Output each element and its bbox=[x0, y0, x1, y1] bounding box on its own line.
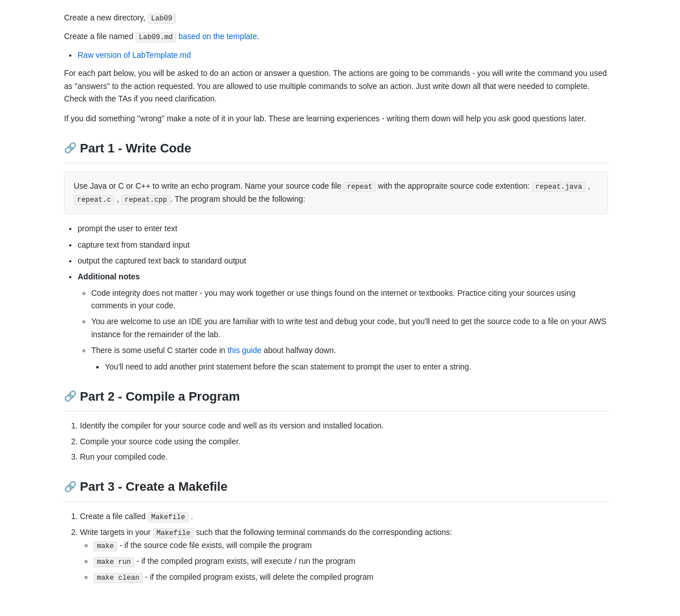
makefile-code-1: Makefile bbox=[148, 512, 189, 522]
part1-heading: 🔗 Part 1 - Write Code bbox=[64, 138, 608, 163]
repeat-c-code: repeat.c bbox=[74, 195, 114, 205]
make-run-code: make run bbox=[94, 557, 134, 567]
part2-step2: Compile your source code using the compi… bbox=[80, 435, 608, 448]
raw-template-link[interactable]: Raw version of LabTemplate.md bbox=[78, 50, 191, 60]
part2-step1: Identify the compiler for your source co… bbox=[80, 419, 608, 432]
part3-step2: Write targets in your Makefile such that… bbox=[80, 526, 608, 584]
anchor-icon-part2: 🔗 bbox=[64, 388, 76, 405]
repeat-java-code: repeat.java bbox=[532, 182, 586, 192]
lab09md-code: Lab09.md bbox=[135, 32, 176, 43]
makefile-code-2: Makefile bbox=[153, 528, 194, 538]
anchor-icon-part1: 🔗 bbox=[64, 140, 76, 156]
this-guide-link[interactable]: this guide bbox=[227, 346, 261, 355]
part1-intro-box: Use Java or C or C++ to write an echo pr… bbox=[64, 171, 608, 214]
lab09-code: Lab09 bbox=[148, 14, 176, 24]
part3-heading: 🔗 Part 3 - Create a Makefile bbox=[64, 477, 608, 502]
additional-notes-list: Code integrity does not matter - you may… bbox=[78, 287, 608, 373]
part3-step1: Create a file called Makefile . bbox=[80, 510, 608, 523]
template-link[interactable]: based on the template bbox=[178, 32, 257, 41]
part2-step3: Run your compiled code. bbox=[80, 451, 608, 463]
part3-steps: Create a file called Makefile . Write ta… bbox=[64, 510, 608, 584]
part1-intro-text: Use Java or C or C++ to write an echo pr… bbox=[74, 180, 598, 206]
page-content: Create a new directory, Lab09 Create a f… bbox=[64, 11, 608, 584]
part2-steps: Identify the compiler for your source co… bbox=[64, 419, 608, 463]
make-code: make bbox=[94, 541, 117, 551]
target-make-run: make run - if the compiled program exist… bbox=[94, 555, 608, 568]
anchor-icon-part3: 🔗 bbox=[64, 479, 76, 495]
make-targets-list: make - if the source code file exists, w… bbox=[80, 539, 608, 584]
note-integrity: Code integrity does not matter - you may… bbox=[91, 287, 608, 312]
sub-subbullet-list: You'll need to add another print stateme… bbox=[91, 360, 608, 373]
target-make: make - if the source code file exists, w… bbox=[94, 539, 608, 552]
intro-line1: Create a new directory, Lab09 bbox=[64, 11, 608, 24]
bullet-output: output the captured text back to standar… bbox=[78, 254, 608, 267]
note-print-statement: You'll need to add another print stateme… bbox=[105, 360, 608, 373]
bullet-capture: capture text from standard input bbox=[78, 239, 608, 251]
part2-heading: 🔗 Part 2 - Compile a Program bbox=[64, 386, 608, 411]
part1-bullets: prompt the user to enter text capture te… bbox=[64, 222, 608, 373]
intro-line2: Create a file named Lab09.md based on th… bbox=[64, 30, 608, 43]
target-make-clean: make clean - if the compiled program exi… bbox=[94, 571, 608, 584]
repeat-cpp-code: repeat.cpp bbox=[121, 195, 171, 205]
note-starter-code: There is some useful C starter code in t… bbox=[91, 344, 608, 373]
instructions-para1: For each part below, you will be asked t… bbox=[64, 67, 608, 105]
template-link-list: Raw version of LabTemplate.md bbox=[64, 49, 608, 61]
bullet-additional-notes: Additional notes Code integrity does not… bbox=[78, 270, 608, 373]
make-clean-code: make clean bbox=[94, 573, 143, 583]
bullet-prompt: prompt the user to enter text bbox=[78, 222, 608, 235]
note-ide: You are welcome to use an IDE you are fa… bbox=[91, 315, 608, 341]
repeat-code: repeat bbox=[343, 182, 376, 192]
instructions-para2: If you did something "wrong" make a note… bbox=[64, 112, 608, 125]
